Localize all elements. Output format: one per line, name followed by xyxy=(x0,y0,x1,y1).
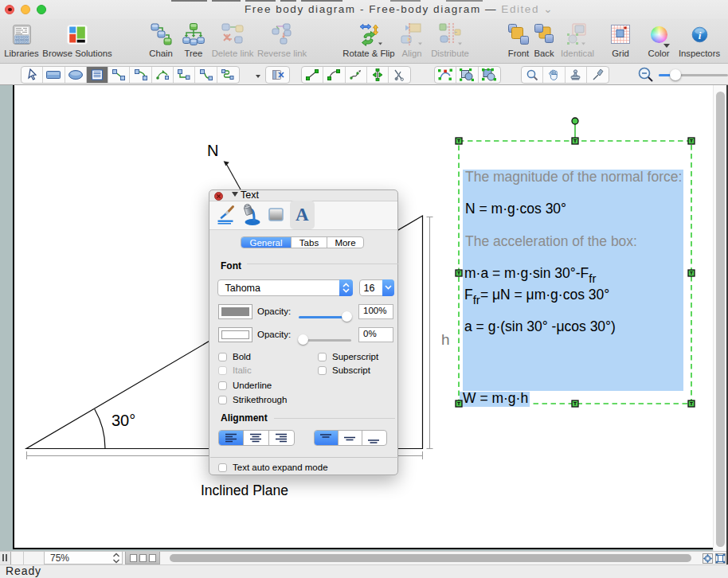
svg-text:i: i xyxy=(698,29,701,41)
